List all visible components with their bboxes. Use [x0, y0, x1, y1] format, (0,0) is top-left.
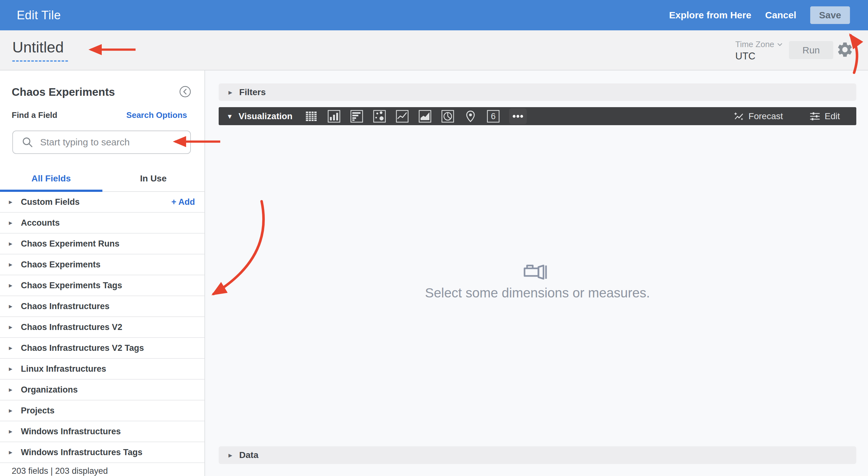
caret-right-icon: ▸	[9, 240, 21, 248]
field-group-chaos-infrastructures[interactable]: ▸ Chaos Infrastructures	[0, 296, 205, 317]
field-group-linux-infrastructures[interactable]: ▸ Linux Infrastructures	[0, 359, 205, 380]
forecast-icon	[734, 111, 744, 121]
top-bar: Edit Tile Explore from Here Cancel Save	[0, 0, 868, 30]
data-section-header[interactable]: ▸ Data	[219, 446, 856, 464]
chevron-down-icon	[777, 43, 782, 46]
field-group-projects[interactable]: ▸ Projects	[0, 400, 205, 421]
forecast-button[interactable]: Forecast	[734, 111, 783, 121]
run-button[interactable]: Run	[789, 41, 833, 59]
timezone-label: Time Zone	[735, 40, 774, 49]
field-picker-sidebar: Chaos Experiments Find a Field Search Op…	[0, 70, 205, 476]
caret-right-icon: ▸	[9, 448, 21, 456]
tile-title-input[interactable]: Untitled	[12, 38, 68, 62]
caret-right-icon: ▸	[9, 386, 21, 394]
save-button[interactable]: Save	[810, 6, 850, 24]
field-group-windows-infrastructures-tags[interactable]: ▸ Windows Infrastructures Tags	[0, 442, 205, 463]
search-box[interactable]	[12, 130, 191, 154]
viz-toolbar-right: Forecast Edit	[734, 107, 840, 125]
caret-down-icon: ▾	[228, 112, 231, 121]
edit-viz-button[interactable]: Edit	[810, 111, 840, 122]
collapse-panel-button[interactable]	[179, 86, 191, 98]
find-a-field-label: Find a Field	[12, 110, 57, 120]
flashlight-icon	[522, 262, 551, 280]
caret-right-icon: ▸	[9, 344, 21, 352]
more-viz-types-icon[interactable]	[509, 109, 527, 124]
tab-in-use[interactable]: In Use	[102, 166, 205, 191]
caret-right-icon: ▸	[228, 451, 232, 459]
area-chart-icon[interactable]	[418, 109, 432, 124]
field-group-chaos-experiment-runs[interactable]: ▸ Chaos Experiment Runs	[0, 234, 205, 255]
cancel-button[interactable]: Cancel	[765, 10, 796, 21]
field-count-status: 203 fields | 203 displayed	[12, 466, 108, 476]
caret-right-icon: ▸	[9, 407, 21, 415]
map-chart-icon[interactable]	[463, 109, 478, 124]
caret-right-icon: ▸	[9, 365, 21, 373]
field-group-custom-fields[interactable]: ▸ Custom Fields + Add	[0, 192, 205, 213]
search-icon	[21, 136, 34, 149]
explore-from-here-link[interactable]: Explore from Here	[669, 10, 751, 21]
field-group-chaos-experiments[interactable]: ▸ Chaos Experiments	[0, 255, 205, 275]
field-group-chaos-experiments-tags[interactable]: ▸ Chaos Experiments Tags	[0, 275, 205, 296]
field-group-organizations[interactable]: ▸ Organizations	[0, 380, 205, 400]
caret-right-icon: ▸	[9, 219, 21, 227]
sliders-icon	[810, 111, 820, 122]
bar-chart-icon[interactable]	[349, 109, 364, 124]
table-chart-icon[interactable]	[304, 109, 318, 124]
visualization-section-header: ▾ Visualization	[219, 107, 856, 125]
viz-type-picker: 6	[304, 107, 527, 125]
field-group-accounts[interactable]: ▸ Accounts	[0, 213, 205, 234]
add-custom-field-button[interactable]: + Add	[171, 197, 195, 207]
field-tabs: All Fields In Use	[0, 166, 205, 192]
scatter-chart-icon[interactable]	[372, 109, 387, 124]
filters-section-header[interactable]: ▸ Filters	[219, 84, 856, 101]
field-group-windows-infrastructures[interactable]: ▸ Windows Infrastructures	[0, 421, 205, 442]
explore-title: Chaos Experiments	[12, 86, 115, 98]
caret-right-icon: ▸	[9, 427, 21, 436]
timezone-selector[interactable]: Time Zone UTC	[735, 40, 782, 62]
field-group-chaos-infrastructures-v2[interactable]: ▸ Chaos Infrastructures V2	[0, 317, 205, 338]
tab-all-fields[interactable]: All Fields	[0, 166, 102, 191]
caret-right-icon: ▸	[228, 88, 232, 97]
field-group-chaos-infrastructures-v2-tags[interactable]: ▸ Chaos Infrastructures V2 Tags	[0, 338, 205, 359]
find-field-row: Find a Field Search Options	[12, 110, 187, 120]
caret-right-icon: ▸	[9, 261, 21, 269]
field-group-list: ▸ Custom Fields + Add ▸ Accounts ▸ Chaos…	[0, 192, 205, 463]
caret-right-icon: ▸	[9, 323, 21, 331]
pie-chart-icon[interactable]	[440, 109, 455, 124]
single-value-chart-icon[interactable]: 6	[486, 109, 500, 124]
edit-tile-window: Edit Tile Explore from Here Cancel Save …	[0, 0, 868, 476]
caret-right-icon: ▸	[9, 281, 21, 290]
active-tab-indicator	[0, 190, 102, 192]
tile-title-bar: Untitled Time Zone UTC Run	[0, 30, 868, 70]
timezone-value: UTC	[735, 51, 782, 62]
column-chart-icon[interactable]	[327, 109, 341, 124]
gear-icon[interactable]	[836, 41, 854, 58]
search-input[interactable]	[39, 137, 187, 148]
dialog-title: Edit Tile	[17, 8, 61, 22]
search-options-link[interactable]: Search Options	[126, 110, 187, 120]
line-chart-icon[interactable]	[395, 109, 409, 124]
top-bar-actions: Explore from Here Cancel Save	[669, 6, 850, 24]
caret-right-icon: ▸	[9, 198, 21, 206]
caret-right-icon: ▸	[9, 302, 21, 310]
svg-text:6: 6	[491, 112, 495, 121]
chevron-left-circle-icon	[179, 86, 191, 98]
empty-state-message: Select some dimensions or measures.	[219, 286, 856, 301]
